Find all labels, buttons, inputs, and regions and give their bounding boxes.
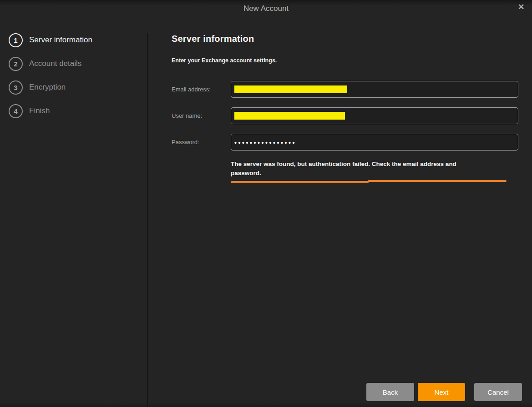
annotation-underline-segment: [231, 181, 369, 183]
step-number-badge: 3: [9, 80, 23, 95]
user-name-input[interactable]: [231, 107, 518, 124]
password-label: Password:: [172, 139, 231, 146]
page-title: Server information: [172, 34, 532, 44]
cancel-button[interactable]: Cancel: [474, 383, 522, 401]
step-content-panel: Server information Enter your Exchange a…: [148, 18, 532, 407]
next-button[interactable]: Next: [418, 383, 465, 401]
authentication-error-message: The server was found, but authentication…: [231, 160, 514, 178]
step-label: Server information: [29, 35, 92, 45]
step-item-encryption[interactable]: 3 Encryption: [0, 75, 147, 99]
title-bar: New Account ✕: [0, 0, 532, 18]
step-label: Finish: [29, 106, 50, 116]
error-line-1: The server was found, but authentication…: [231, 160, 514, 169]
new-account-dialog: New Account ✕ 1 Server information 2 Acc…: [0, 0, 532, 407]
page-subtitle: Enter your Exchange account settings.: [172, 57, 532, 64]
close-button[interactable]: ✕: [515, 1, 527, 13]
step-item-finish[interactable]: 4 Finish: [0, 99, 147, 123]
step-label: Encryption: [29, 83, 66, 92]
wizard-footer-buttons: Back Next Cancel: [366, 383, 522, 401]
user-name-row: User name:: [172, 107, 532, 124]
dialog-body: 1 Server information 2 Account details 3…: [0, 18, 532, 407]
redaction-overlay: [234, 112, 345, 120]
password-input[interactable]: ••••••••••••••••: [231, 134, 518, 151]
wizard-steps-sidebar: 1 Server information 2 Account details 3…: [0, 18, 147, 407]
user-name-label: User name:: [172, 112, 231, 119]
redaction-overlay: [234, 85, 347, 93]
email-address-row: Email address:: [172, 81, 532, 98]
annotation-underline-segment: [368, 180, 507, 182]
step-item-account-details[interactable]: 2 Account details: [0, 52, 147, 75]
close-icon: ✕: [518, 3, 524, 11]
step-item-server-information[interactable]: 1 Server information: [0, 28, 147, 52]
annotation-underline: [231, 180, 513, 184]
step-label: Account details: [29, 59, 81, 68]
password-masked-value: ••••••••••••••••: [234, 139, 296, 146]
email-address-label: Email address:: [172, 86, 231, 93]
step-number-badge: 1: [9, 33, 23, 47]
password-row: Password: ••••••••••••••••: [172, 134, 532, 151]
error-line-2: password.: [231, 169, 514, 178]
dialog-title: New Account: [243, 4, 289, 13]
back-button[interactable]: Back: [366, 383, 414, 401]
step-number-badge: 2: [9, 57, 23, 71]
step-number-badge: 4: [9, 104, 23, 118]
email-address-input[interactable]: [231, 81, 518, 98]
